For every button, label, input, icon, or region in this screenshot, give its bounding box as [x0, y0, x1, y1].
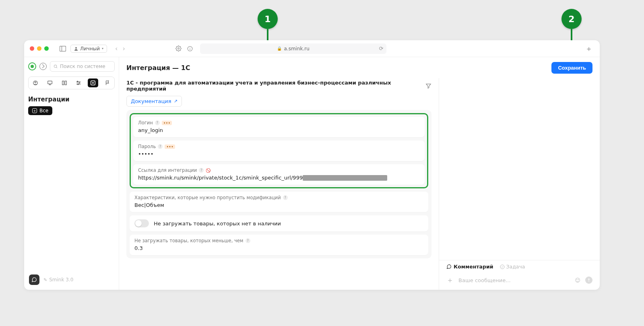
comments-pane: Комментарий Задача ＋ Ваше сообщение... ☺… — [439, 78, 600, 290]
browser-window: Личный ▾ ‹ › 🔒 a.smink.ru ⟳ ＋ — [24, 40, 600, 290]
redacted-segment — [303, 175, 387, 181]
svg-point-6 — [190, 47, 190, 47]
help-icon[interactable]: ? — [155, 120, 160, 125]
save-button[interactable]: Сохранить — [551, 62, 592, 74]
sidebar-toolbar — [28, 76, 115, 89]
tab-comment[interactable]: Комментарий — [446, 264, 493, 270]
browser-chrome: Личный ▾ ‹ › 🔒 a.smink.ru ⟳ ＋ — [24, 40, 600, 57]
toolbar-monitor-icon[interactable] — [45, 78, 55, 87]
sidebar-chip-all[interactable]: + Все — [28, 106, 52, 115]
filter-icon[interactable] — [425, 83, 431, 89]
toolbar-flag-icon[interactable] — [102, 78, 113, 87]
search-input[interactable]: Поиск по системе — [50, 61, 115, 72]
field-skip-characteristics[interactable]: Характеристики, которые нужно пропустить… — [130, 192, 428, 212]
page-title: Интеграция — 1С — [126, 64, 190, 72]
highlighted-fields: Логин ? ••• any_login Пароль ? — [130, 113, 428, 188]
search-placeholder: Поиск по системе — [60, 64, 105, 69]
help-icon[interactable]: ? — [199, 168, 204, 173]
gear-icon[interactable] — [175, 45, 182, 52]
minimize-window-icon[interactable] — [37, 46, 41, 51]
field-password-label: Пароль — [138, 144, 156, 149]
field-status-icon: ••• — [162, 121, 172, 125]
chip-all-label: Все — [39, 108, 48, 113]
forward-button[interactable]: › — [121, 45, 126, 52]
toolbar-book-icon[interactable] — [59, 78, 70, 87]
send-button[interactable]: ↑ — [585, 276, 592, 284]
form-card: Логин ? ••• any_login Пароль ? — [126, 110, 431, 258]
url-bar[interactable]: 🔒 a.smink.ru ⟳ — [200, 43, 387, 54]
integration-description: 1С - программа для автоматизации учета и… — [126, 80, 421, 92]
help-icon[interactable]: ? — [158, 144, 163, 149]
chat-button[interactable] — [29, 274, 39, 285]
field-skip-less-than[interactable]: Не загружать товары, которых меньше, чем… — [130, 235, 428, 255]
sidebar: Поиск по системе Интеграции + Все — [24, 57, 119, 290]
back-button[interactable]: ‹ — [114, 45, 119, 52]
traffic-lights — [30, 46, 49, 51]
info-icon[interactable] — [186, 45, 194, 52]
new-tab-button[interactable]: ＋ — [584, 44, 594, 54]
help-icon[interactable]: ? — [246, 238, 250, 243]
field-skip-out-of-stock[interactable]: Не загружать товары, которых нет в налич… — [130, 215, 428, 231]
field-login-label: Логин — [138, 120, 153, 126]
plus-square-icon: + — [32, 108, 37, 113]
toolbar-add-icon[interactable] — [88, 78, 98, 87]
doc-link-label: Документация — [131, 98, 171, 104]
profile-picker[interactable]: Личный ▾ — [70, 45, 107, 53]
svg-line-8 — [56, 67, 57, 68]
url-host: a.smink.ru — [284, 46, 309, 52]
sidebar-section-title: Интеграции — [28, 96, 115, 103]
attach-button[interactable]: ＋ — [446, 275, 454, 285]
field-skip-less-label: Не загружать товары, которых меньше, чем — [134, 238, 244, 243]
open-external-icon[interactable] — [39, 63, 47, 70]
lock-icon: 🔒 — [277, 46, 282, 51]
svg-rect-0 — [60, 46, 66, 51]
help-icon[interactable]: ? — [283, 195, 288, 200]
tab-task[interactable]: Задача — [500, 264, 525, 270]
external-link-icon: ↗ — [174, 99, 178, 104]
field-login[interactable]: Логин ? ••• any_login — [133, 117, 425, 137]
app-shell: Поиск по системе Интеграции + Все — [24, 57, 600, 290]
field-integration-url[interactable]: Ссылка для интеграции ? 🚫 https://smink.… — [133, 164, 425, 185]
toolbar-home-icon[interactable] — [30, 78, 41, 87]
comment-input[interactable]: Ваше сообщение... — [458, 277, 569, 283]
svg-point-7 — [54, 65, 56, 67]
field-status-icon: ••• — [165, 144, 175, 149]
field-url-label: Ссылка для интеграции — [138, 167, 197, 173]
content: 1С - программа для автоматизации учета и… — [119, 78, 439, 290]
emoji-icon[interactable]: ☺ — [574, 276, 581, 284]
annotation-badge-2: 2 — [561, 9, 582, 29]
documentation-link[interactable]: Документация ↗ — [126, 96, 182, 107]
pen-icon: ✎ — [43, 277, 47, 283]
hidden-icon: 🚫 — [206, 168, 211, 173]
field-skip-chars-value: Вес|Объем — [134, 202, 423, 208]
svg-point-2 — [75, 47, 77, 49]
field-url-value: https://smink.ru/smink/private/stock_1c/… — [138, 175, 303, 181]
main-area: Интеграция — 1С Сохранить 1С - программа… — [119, 57, 600, 290]
svg-point-10 — [35, 82, 36, 83]
sidebar-toggle-icon[interactable] — [59, 45, 66, 52]
field-password-value: ••••• — [138, 151, 420, 157]
brand-version: ✎ Smink 3.0 — [43, 277, 73, 283]
main-header: Интеграция — 1С Сохранить — [119, 57, 600, 78]
svg-point-18 — [79, 83, 80, 83]
field-login-value: any_login — [138, 127, 420, 133]
field-password[interactable]: Пароль ? ••• ••••• — [133, 140, 425, 161]
toolbar-sliders-icon[interactable] — [73, 78, 84, 87]
close-window-icon[interactable] — [30, 46, 34, 51]
reload-icon[interactable]: ⟳ — [379, 45, 384, 52]
svg-point-17 — [77, 81, 78, 82]
nav-arrows: ‹ › — [114, 45, 127, 52]
svg-point-23 — [500, 265, 504, 269]
profile-label: Личный — [80, 46, 100, 52]
field-skip-less-value: 0.3 — [134, 245, 423, 251]
svg-point-3 — [178, 48, 180, 50]
avatar-icon[interactable] — [28, 62, 36, 70]
annotation-badge-1: 1 — [258, 9, 278, 29]
toggle-skip-out-of-stock[interactable] — [134, 219, 149, 227]
maximize-window-icon[interactable] — [44, 46, 49, 51]
comment-input-row: ＋ Ваше сообщение... ☺ ↑ — [439, 273, 600, 290]
field-skip-chars-label: Характеристики, которые нужно пропустить… — [134, 195, 281, 200]
svg-rect-11 — [48, 81, 52, 84]
skip-out-of-stock-label: Не загружать товары, которых нет в налич… — [154, 221, 281, 227]
svg-point-19 — [78, 84, 78, 85]
